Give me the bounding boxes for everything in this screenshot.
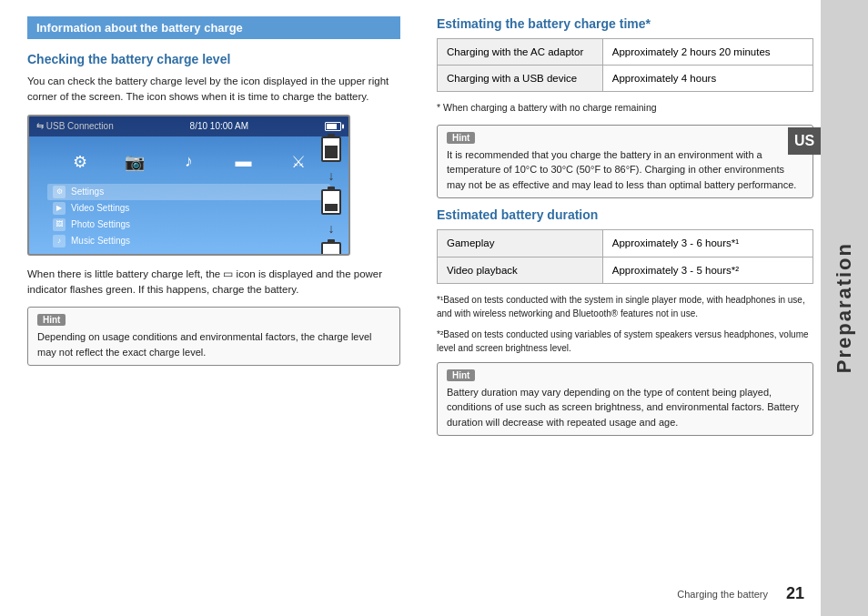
battery-full-icon: [321, 136, 341, 162]
charge-label-2: Charging with a USB device: [438, 66, 603, 92]
table-row: Video playback Approximately 3 - 5 hours…: [438, 257, 813, 283]
duration-value-2: Approximately 3 - 5 hours*²: [602, 257, 812, 283]
psp-icons-row: ⚙ 📷 ♪ ▬ ⚔: [29, 136, 348, 182]
screen-caption-text: When there is little battery charge left…: [27, 268, 382, 295]
right-hint-label-1-text: Hint: [452, 133, 469, 143]
sidebar-label: Preparation: [821, 0, 868, 616]
right-hint-box-1: Hint It is recommended that you charge t…: [437, 125, 813, 199]
right-section-title-2-text: Estimated battery duration: [437, 207, 598, 222]
psp-icon-settings: ⚙: [66, 147, 95, 177]
battery-icons-column: ↓ ↓ ↓: [321, 136, 341, 256]
charge-value-1: Approximately 2 hours 20 minutes: [602, 39, 812, 66]
body-text-1-content: You can check the battery charge level b…: [27, 76, 389, 102]
psp-menu-icon-4: ♪: [53, 235, 66, 247]
charge-label-1: Charging with the AC adaptor: [438, 39, 603, 66]
game-icon: ⚔: [291, 152, 306, 172]
left-hint-label-text: Hint: [43, 315, 60, 325]
right-section-title-1-text: Estimating the battery charge time*: [437, 16, 651, 31]
psp-screen: ⇆ USB Connection 8/10 10:00 AM ⚙ 📷 ♪: [27, 115, 350, 256]
arrow-down-2: ↓: [328, 222, 335, 235]
charge-value-2: Approximately 4 hours: [602, 66, 812, 92]
left-hint-text: Depending on usage conditions and enviro…: [37, 329, 390, 359]
arrow-down-1: ↓: [328, 169, 335, 182]
psp-menu-icon-3: 🖼: [53, 218, 66, 231]
psp-menu-label-3: Photo Settings: [71, 219, 130, 229]
page-number: 21: [786, 584, 804, 603]
psp-menu-item-3: 🖼 Photo Settings: [47, 217, 330, 233]
psp-top-bar: ⇆ USB Connection 8/10 10:00 AM: [29, 116, 348, 136]
video-icon: ▬: [236, 152, 252, 171]
duration-label-2: Video playback: [438, 257, 603, 283]
battery-fill-half: [325, 204, 338, 211]
table-row: Charging with a USB device Approximately…: [438, 66, 813, 92]
battery-half-icon: [321, 189, 341, 215]
battery-low-icon: [321, 242, 341, 256]
psp-menu-icon-1: ⚙: [53, 186, 66, 198]
psp-time: 8/10 10:00 AM: [190, 121, 249, 131]
psp-battery-fill: [327, 124, 337, 129]
psp-menu-label-2: Video Settings: [71, 203, 129, 213]
footnote-2: *²Based on tests conducted using variabl…: [437, 328, 813, 355]
left-section-title: Checking the battery charge level: [27, 52, 400, 66]
sidebar-label-text: Preparation: [833, 242, 856, 373]
asterisk-note-text: * When charging a battery with no charge…: [437, 102, 657, 113]
music-icon: ♪: [185, 152, 193, 171]
info-header-text: Information about the battery charge: [36, 21, 243, 35]
psp-icon-music: ♪: [175, 147, 204, 177]
screen-caption: When there is little battery charge left…: [27, 267, 400, 298]
psp-icon-game: ⚔: [284, 147, 313, 177]
left-column: Information about the battery charge Che…: [0, 0, 419, 616]
psp-menu-label-1: Settings: [71, 187, 104, 197]
psp-battery-bar: [325, 122, 341, 131]
right-hint-text-2: Battery duration may vary depending on t…: [447, 385, 803, 430]
asterisk-note: * When charging a battery with no charge…: [437, 101, 813, 116]
settings-icon: ⚙: [73, 152, 87, 172]
psp-menu-item-1: ⚙ Settings: [47, 184, 330, 200]
page-footer: Charging the battery 21: [677, 584, 804, 603]
right-section-title-1: Estimating the battery charge time*: [437, 16, 813, 31]
psp-menu-icon-2: ▶: [53, 202, 66, 215]
right-hint-text-1-content: It is recommended that you charge the ba…: [447, 149, 796, 190]
psp-menu-item-2: ▶ Video Settings: [47, 200, 330, 217]
right-hint-box-2: Hint Battery duration may vary depending…: [437, 362, 813, 437]
left-hint-label: Hint: [37, 314, 66, 326]
right-hint-label-2: Hint: [447, 369, 475, 381]
left-section-title-text: Checking the battery charge level: [27, 52, 230, 66]
left-hint-box: Hint Depending on usage conditions and e…: [27, 307, 400, 366]
duration-table: Gameplay Approximately 3 - 6 hours*¹ Vid…: [437, 229, 813, 283]
footer-text: Charging the battery: [677, 589, 768, 600]
right-hint-label-2-text: Hint: [452, 370, 469, 380]
charge-time-table: Charging with the AC adaptor Approximate…: [437, 38, 813, 92]
right-column: Estimating the battery charge time* Char…: [419, 0, 868, 616]
battery-fill-full: [325, 146, 338, 158]
right-section-title-2: Estimated battery duration: [437, 207, 813, 222]
footnote-1-text: *¹Based on tests conducted with the syst…: [437, 295, 805, 318]
right-hint-text-2-content: Battery duration may vary depending on t…: [447, 387, 799, 428]
table-row: Gameplay Approximately 3 - 6 hours*¹: [438, 230, 813, 257]
left-hint-text-content: Depending on usage conditions and enviro…: [37, 331, 372, 358]
psp-menu-label-4: Music Settings: [71, 236, 130, 246]
footnote-2-text: *²Based on tests conducted using variabl…: [437, 329, 809, 353]
page-container: Information about the battery charge Che…: [0, 0, 868, 616]
duration-value-1: Approximately 3 - 6 hours*¹: [602, 230, 812, 257]
right-hint-text-1: It is recommended that you charge the ba…: [447, 147, 803, 193]
body-text-1: You can check the battery charge level b…: [27, 74, 400, 106]
psp-icon-video: ▬: [229, 147, 258, 177]
info-header: Information about the battery charge: [27, 16, 400, 39]
psp-icon-photo: 📷: [120, 147, 149, 177]
psp-battery-icon: [325, 122, 341, 131]
duration-label-1: Gameplay: [438, 230, 603, 257]
usb-icon: ⇆ USB Connection: [36, 121, 114, 131]
footnote-1: *¹Based on tests conducted with the syst…: [437, 293, 813, 320]
sidebar-us-badge: US: [788, 127, 821, 155]
psp-menu-items: ⚙ Settings ▶ Video Settings 🖼 Photo Sett…: [29, 182, 348, 251]
table-row: Charging with the AC adaptor Approximate…: [438, 39, 813, 66]
photo-icon: 📷: [125, 152, 145, 172]
right-hint-label-1: Hint: [447, 132, 475, 144]
psp-menu-item-4: ♪ Music Settings: [47, 233, 330, 249]
sidebar-us-text: US: [794, 133, 814, 148]
